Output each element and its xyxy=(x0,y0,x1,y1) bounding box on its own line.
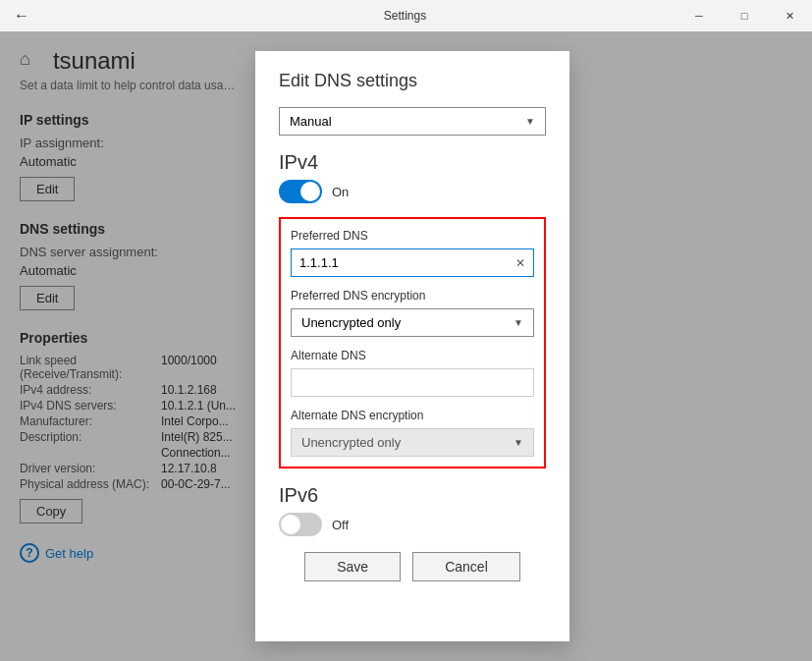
alternate-encryption-dropdown-arrow: ▼ xyxy=(514,437,523,448)
ipv4-toggle-label: On xyxy=(332,185,349,199)
ipv6-section: IPv6 Off xyxy=(279,484,546,536)
ipv6-heading: IPv6 xyxy=(279,484,546,507)
alternate-dns-encryption-dropdown: Unencrypted only ▼ xyxy=(291,428,534,457)
ipv6-toggle[interactable] xyxy=(279,513,322,536)
preferred-dns-encryption-dropdown[interactable]: Unencrypted only ▼ xyxy=(291,308,534,337)
minimize-button[interactable]: ─ xyxy=(677,0,722,31)
preferred-dns-input-row: ✕ xyxy=(291,248,534,277)
edit-dns-dialog: Edit DNS settings Manual ▼ IPv4 On Prefe… xyxy=(255,51,569,641)
main-content: ⌂ tsunami Set a data limit to help contr… xyxy=(0,31,812,661)
mode-dropdown-value: Manual xyxy=(290,114,332,129)
maximize-button[interactable]: □ xyxy=(722,0,767,31)
titlebar: ← Settings ─ □ ✕ xyxy=(0,0,812,31)
ipv4-toggle-row: On xyxy=(279,180,546,203)
preferred-dns-highlighted-section: Preferred DNS ✕ Preferred DNS encryption… xyxy=(279,217,546,468)
ipv6-toggle-row: Off xyxy=(279,513,546,536)
alternate-dns-encryption-value: Unencrypted only xyxy=(301,435,401,450)
ipv6-toggle-knob xyxy=(281,515,300,534)
window-controls: ─ □ ✕ xyxy=(677,0,812,31)
ipv4-section: IPv4 On Preferred DNS ✕ xyxy=(279,151,546,468)
preferred-dns-input[interactable] xyxy=(292,249,508,276)
ipv4-heading: IPv4 xyxy=(279,151,546,174)
preferred-dns-encryption-label: Preferred DNS encryption xyxy=(291,289,534,303)
cancel-button[interactable]: Cancel xyxy=(412,552,520,581)
alternate-dns-encryption-field-group: Alternate DNS encryption Unencrypted onl… xyxy=(291,409,534,457)
mode-dropdown-arrow: ▼ xyxy=(525,116,535,127)
alternate-dns-encryption-label: Alternate DNS encryption xyxy=(291,409,534,422)
alternate-dns-label: Alternate DNS xyxy=(291,349,534,362)
preferred-dns-label: Preferred DNS xyxy=(291,229,534,243)
ipv4-toggle[interactable] xyxy=(279,180,322,203)
alternate-dns-input[interactable] xyxy=(291,368,534,397)
preferred-encryption-dropdown-arrow: ▼ xyxy=(514,317,523,328)
dialog-title: Edit DNS settings xyxy=(279,71,546,91)
save-button[interactable]: Save xyxy=(304,552,401,581)
ipv4-toggle-knob xyxy=(300,182,320,201)
mode-dropdown[interactable]: Manual ▼ xyxy=(279,107,546,136)
preferred-dns-encryption-field-group: Preferred DNS encryption Unencrypted onl… xyxy=(291,289,534,337)
preferred-dns-field-group: Preferred DNS ✕ xyxy=(291,229,534,277)
close-button[interactable]: ✕ xyxy=(767,0,812,31)
dialog-footer: Save Cancel xyxy=(279,552,546,581)
alternate-dns-field-group: Alternate DNS xyxy=(291,349,534,397)
preferred-dns-clear-button[interactable]: ✕ xyxy=(508,252,533,274)
ipv6-toggle-label: Off xyxy=(332,518,349,532)
preferred-dns-encryption-value: Unencrypted only xyxy=(301,315,401,330)
